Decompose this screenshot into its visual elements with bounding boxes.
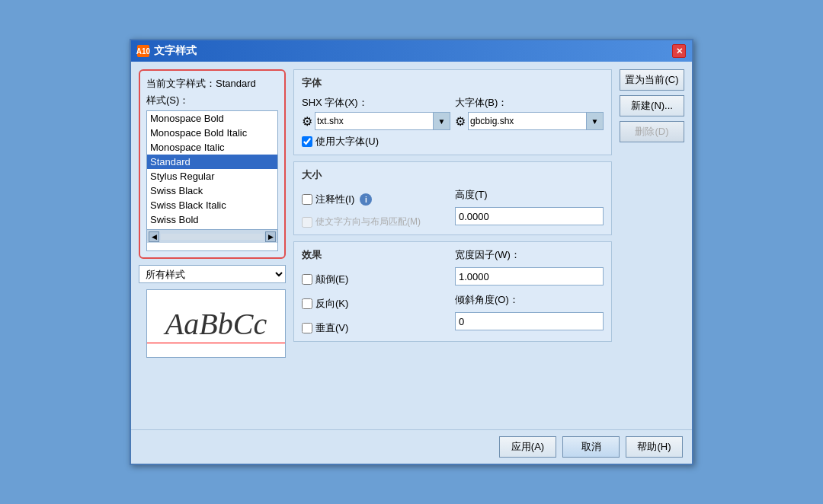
dialog-body: 当前文字样式：Standard 样式(S)： Monospace BoldMon… bbox=[131, 62, 692, 429]
size-grid: 注释性(I) i 使文字方向与布局匹配(M) 高度(T) bbox=[302, 188, 604, 228]
current-style-label: 当前文字样式：Standard bbox=[146, 77, 278, 91]
use-big-font-row: 使用大字体(U) bbox=[302, 135, 604, 148]
all-styles-dropdown[interactable]: 所有样式 bbox=[139, 265, 286, 283]
set-current-button[interactable]: 置为当前(C) bbox=[620, 69, 684, 91]
reverse-checkbox[interactable] bbox=[302, 298, 312, 309]
info-icon: i bbox=[360, 193, 372, 206]
font-section-title: 字体 bbox=[302, 76, 604, 90]
delete-button[interactable]: 删除(D) bbox=[620, 121, 684, 142]
right-buttons: 置为当前(C) 新建(N)... 删除(D) bbox=[620, 69, 684, 342]
width-factor-label: 宽度因子(W)： bbox=[455, 248, 604, 262]
scroll-track bbox=[161, 234, 264, 240]
left-panel: 当前文字样式：Standard 样式(S)： Monospace BoldMon… bbox=[139, 69, 286, 422]
vertical-row: 垂直(V) bbox=[302, 321, 450, 335]
height-col: 高度(T) bbox=[455, 188, 604, 225]
direction-row: 使文字方向与布局匹配(M) bbox=[302, 215, 450, 228]
list-item[interactable]: Standard bbox=[147, 155, 277, 169]
big-font-input[interactable] bbox=[468, 112, 587, 130]
right-area: 字体 SHX 字体(X)： ⚙ ▼ 大字体 bbox=[293, 69, 684, 422]
upside-down-checkbox[interactable] bbox=[302, 274, 312, 285]
dialog-title: 文字样式 bbox=[154, 44, 197, 58]
scroll-right-btn[interactable]: ▶ bbox=[265, 231, 276, 242]
preview-box: AaBbCc bbox=[146, 289, 286, 358]
annotation-row: 注释性(I) i bbox=[302, 193, 450, 206]
list-item[interactable]: Monospace Bold bbox=[147, 111, 277, 126]
size-section-title: 大小 bbox=[302, 168, 604, 182]
shx-font-col: SHX 字体(X)： ⚙ ▼ bbox=[302, 96, 450, 130]
shx-icon: ⚙ bbox=[302, 114, 312, 129]
baseline-line bbox=[147, 343, 285, 343]
list-item[interactable]: Swiss Bold bbox=[147, 212, 277, 227]
width-factor-input[interactable] bbox=[455, 267, 604, 285]
style-list-container: Monospace BoldMonospace Bold ItalicMonos… bbox=[146, 110, 278, 251]
direction-checkbox[interactable] bbox=[302, 217, 312, 228]
reverse-row: 反向(K) bbox=[302, 297, 450, 311]
scroll-left-btn[interactable]: ◀ bbox=[149, 231, 159, 242]
annotation-col: 注释性(I) i 使文字方向与布局匹配(M) bbox=[302, 188, 450, 228]
title-bar: A10 文字样式 ✕ bbox=[131, 40, 692, 62]
dialog-footer: 应用(A) 取消 帮助(H) bbox=[131, 429, 692, 464]
shx-dropdown-arrow[interactable]: ▼ bbox=[434, 112, 450, 130]
style-list[interactable]: Monospace BoldMonospace Bold ItalicMonos… bbox=[147, 111, 277, 229]
upside-down-label: 颠倒(E) bbox=[315, 273, 348, 286]
list-item[interactable]: Swiss Black Italic bbox=[147, 198, 277, 212]
all-styles-row: 所有样式 bbox=[139, 265, 286, 283]
effects-right: 宽度因子(W)： 倾斜角度(O)： bbox=[455, 248, 604, 335]
oblique-input[interactable] bbox=[455, 312, 604, 330]
effects-title-row: 效果 颠倒(E) 反向(K) bbox=[302, 248, 450, 335]
annotation-checkbox[interactable] bbox=[302, 194, 312, 205]
style-list-label: 样式(S)： bbox=[146, 94, 278, 107]
apply-button[interactable]: 应用(A) bbox=[499, 436, 556, 458]
text-style-dialog: A10 文字样式 ✕ 当前文字样式：Standard 样式(S)： Monosp… bbox=[130, 39, 693, 465]
big-font-dropdown-row: ⚙ ▼ bbox=[455, 112, 604, 130]
top-section: 字体 SHX 字体(X)： ⚙ ▼ 大字体 bbox=[293, 69, 684, 342]
big-font-label: 大字体(B)： bbox=[455, 96, 604, 110]
vertical-label: 垂直(V) bbox=[315, 321, 348, 335]
shx-dropdown-row: ⚙ ▼ bbox=[302, 112, 450, 130]
shx-input[interactable] bbox=[315, 112, 434, 130]
upside-down-row: 颠倒(E) bbox=[302, 273, 450, 286]
font-grid: SHX 字体(X)： ⚙ ▼ 大字体(B)： ⚙ bbox=[302, 96, 604, 130]
effects-section-title: 效果 bbox=[302, 248, 450, 262]
size-section: 大小 注释性(I) i 使文字方向与布局匹配(M) bbox=[293, 161, 612, 235]
big-font-icon: ⚙ bbox=[455, 114, 466, 129]
new-button[interactable]: 新建(N)... bbox=[620, 95, 684, 116]
use-big-font-label: 使用大字体(U) bbox=[315, 135, 379, 148]
list-item[interactable]: Monospace Italic bbox=[147, 140, 277, 155]
font-section: 字体 SHX 字体(X)： ⚙ ▼ 大字体 bbox=[293, 69, 612, 155]
use-big-font-checkbox[interactable] bbox=[302, 136, 312, 147]
app-icon: A10 bbox=[137, 45, 149, 57]
shx-label: SHX 字体(X)： bbox=[302, 96, 450, 110]
oblique-label: 倾斜角度(O)： bbox=[455, 293, 604, 307]
title-bar-left: A10 文字样式 bbox=[137, 44, 197, 58]
list-item[interactable]: Monospace Bold Italic bbox=[147, 126, 277, 140]
height-label: 高度(T) bbox=[455, 188, 604, 202]
preview-text: AaBbCc bbox=[165, 306, 267, 342]
vertical-checkbox[interactable] bbox=[302, 323, 312, 333]
effects-left: 颠倒(E) 反向(K) 垂直(V) bbox=[302, 268, 450, 335]
close-button[interactable]: ✕ bbox=[672, 44, 686, 58]
annotation-label: 注释性(I) bbox=[315, 193, 354, 206]
help-button[interactable]: 帮助(H) bbox=[626, 436, 683, 458]
cancel-button[interactable]: 取消 bbox=[562, 436, 620, 458]
reverse-label: 反向(K) bbox=[315, 297, 348, 311]
height-input[interactable] bbox=[455, 207, 604, 225]
main-sections: 字体 SHX 字体(X)： ⚙ ▼ 大字体 bbox=[293, 69, 612, 342]
big-font-dropdown-arrow[interactable]: ▼ bbox=[587, 112, 604, 130]
effects-section: 效果 颠倒(E) 反向(K) bbox=[293, 241, 612, 342]
style-list-panel: 当前文字样式：Standard 样式(S)： Monospace BoldMon… bbox=[139, 69, 286, 259]
list-item[interactable]: Stylus Regular bbox=[147, 169, 277, 183]
preview-wrapper: AaBbCc bbox=[139, 289, 286, 358]
horizontal-scrollbar[interactable]: ◀ ▶ bbox=[147, 229, 277, 243]
big-font-col: 大字体(B)： ⚙ ▼ bbox=[455, 96, 604, 130]
direction-label: 使文字方向与布局匹配(M) bbox=[315, 215, 421, 228]
list-item[interactable]: Swiss Black bbox=[147, 183, 277, 198]
